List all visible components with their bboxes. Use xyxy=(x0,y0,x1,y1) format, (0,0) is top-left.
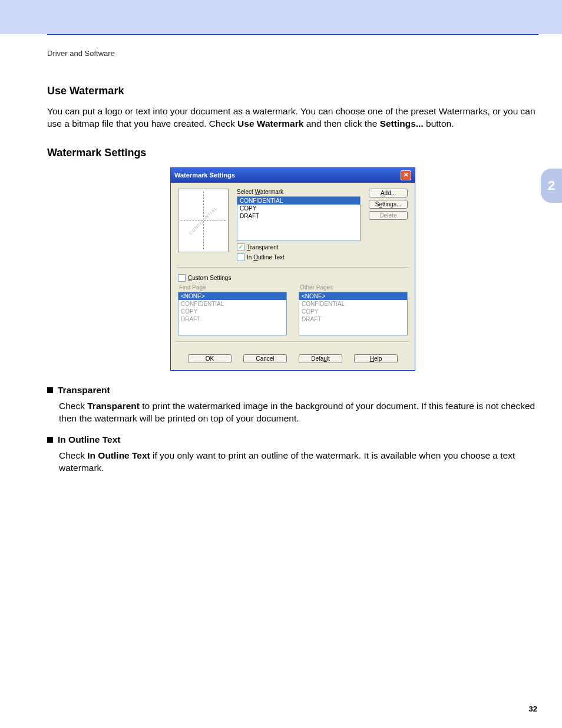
text: In xyxy=(247,254,253,261)
bullet-title-outline: In Outline Text xyxy=(58,434,121,445)
text: W xyxy=(255,189,260,195)
text: ransparent xyxy=(250,244,279,251)
divider xyxy=(177,267,409,268)
divider xyxy=(177,341,409,342)
bold-outline: In Outline Text xyxy=(87,450,150,460)
list-item: <NONE> xyxy=(178,292,286,300)
custom-settings-label: Custom Settings xyxy=(188,275,231,281)
text: elp xyxy=(374,355,382,362)
text: dd... xyxy=(385,190,396,196)
page-number: 32 xyxy=(47,704,538,713)
watermark-preview: CONFIDENTIAL xyxy=(178,189,229,252)
text: A xyxy=(381,190,385,196)
watermark-settings-dialog: Watermark Settings ✕ CONFIDENTIAL Select… xyxy=(170,167,415,371)
text: ustom Settings xyxy=(192,275,231,281)
dialog-titlebar: Watermark Settings ✕ xyxy=(171,168,415,183)
bullet-title-transparent: Transparent xyxy=(58,385,110,396)
header-band xyxy=(0,0,562,34)
checkbox-icon[interactable] xyxy=(237,253,244,261)
list-item: COPY xyxy=(178,308,286,315)
bold-transparent: Transparent xyxy=(87,401,140,411)
cancel-button[interactable]: Cancel xyxy=(243,354,287,363)
text: utline Text xyxy=(258,254,285,261)
text: ttings... xyxy=(382,201,401,207)
list-item: CONFIDENTIAL xyxy=(178,300,286,308)
heading-watermark-settings: Watermark Settings xyxy=(47,147,538,159)
transparent-checkbox-label: Transparent xyxy=(247,244,279,251)
text: O xyxy=(253,254,258,261)
bold-settings: Settings... xyxy=(380,118,424,129)
bullet-body-outline: Check In Outline Text if you only want t… xyxy=(59,450,538,475)
checkbox-icon[interactable] xyxy=(178,274,186,282)
transparent-checkbox-row[interactable]: ✓ Transparent xyxy=(237,243,361,251)
add-button[interactable]: Add... xyxy=(369,189,408,197)
ok-button[interactable]: OK xyxy=(188,354,232,363)
chapter-tab: 2 xyxy=(541,169,562,203)
select-watermark-label: Select Watermark xyxy=(237,189,361,195)
first-page-listbox: <NONE> CONFIDENTIAL COPY DRAFT xyxy=(178,292,287,335)
text: Check xyxy=(59,401,87,411)
list-item: COPY xyxy=(299,308,407,315)
text: Select xyxy=(237,189,255,195)
bullet-body-transparent: Check Transparent to print the watermark… xyxy=(59,400,538,425)
delete-button: Delete xyxy=(369,211,408,220)
custom-settings-checkbox-row[interactable]: Custom Settings xyxy=(178,274,408,282)
other-pages-label: Other Pages xyxy=(300,284,408,291)
list-item: DRAFT xyxy=(178,315,286,323)
list-item: CONFIDENTIAL xyxy=(299,300,407,308)
dialog-footer: OK Cancel Default Help xyxy=(178,348,408,365)
bullet-outline: In Outline Text xyxy=(47,434,538,445)
text: Defa xyxy=(311,355,323,362)
list-item[interactable]: DRAFT xyxy=(237,212,360,220)
top-rule xyxy=(47,34,538,35)
preview-watermark-text: CONFIDENTIAL xyxy=(189,206,218,235)
help-button[interactable]: Help xyxy=(354,354,398,363)
heading-use-watermark: Use Watermark xyxy=(47,85,538,97)
text: H xyxy=(370,355,374,362)
text: Check xyxy=(59,450,87,460)
text: atermark xyxy=(260,189,283,195)
list-item[interactable]: CONFIDENTIAL xyxy=(237,197,360,205)
dialog-title-text: Watermark Settings xyxy=(174,172,235,179)
text: D xyxy=(380,212,384,219)
list-item[interactable]: COPY xyxy=(237,205,360,212)
watermark-listbox[interactable]: CONFIDENTIAL COPY DRAFT xyxy=(237,196,361,241)
text: button. xyxy=(424,118,454,129)
custom-settings-columns: First Page <NONE> CONFIDENTIAL COPY DRAF… xyxy=(178,282,408,335)
list-item: <NONE> xyxy=(299,292,407,300)
square-bullet-icon xyxy=(47,437,53,443)
square-bullet-icon xyxy=(47,387,53,393)
other-pages-listbox: <NONE> CONFIDENTIAL COPY DRAFT xyxy=(299,292,408,335)
outline-checkbox-label: In Outline Text xyxy=(247,254,285,261)
text: lete xyxy=(387,212,396,219)
default-button[interactable]: Default xyxy=(299,354,342,363)
settings-button[interactable]: Settings... xyxy=(369,200,408,209)
checkbox-checked-icon[interactable]: ✓ xyxy=(237,243,244,251)
bold-use-watermark: Use Watermark xyxy=(237,118,303,129)
list-item: DRAFT xyxy=(299,315,407,323)
bullet-transparent: Transparent xyxy=(47,385,538,396)
breadcrumb: Driver and Software xyxy=(47,49,538,58)
text: and then click the xyxy=(303,118,379,129)
outline-checkbox-row[interactable]: In Outline Text xyxy=(237,253,361,261)
dialog-body: CONFIDENTIAL Select Watermark CONFIDENTI… xyxy=(171,183,415,370)
para-use-watermark: You can put a logo or text into your doc… xyxy=(47,106,538,130)
first-page-label: First Page xyxy=(179,284,287,291)
page-content: Driver and Software 2 Use Watermark You … xyxy=(0,34,562,728)
text: lt xyxy=(327,355,330,362)
close-icon[interactable]: ✕ xyxy=(401,170,411,180)
